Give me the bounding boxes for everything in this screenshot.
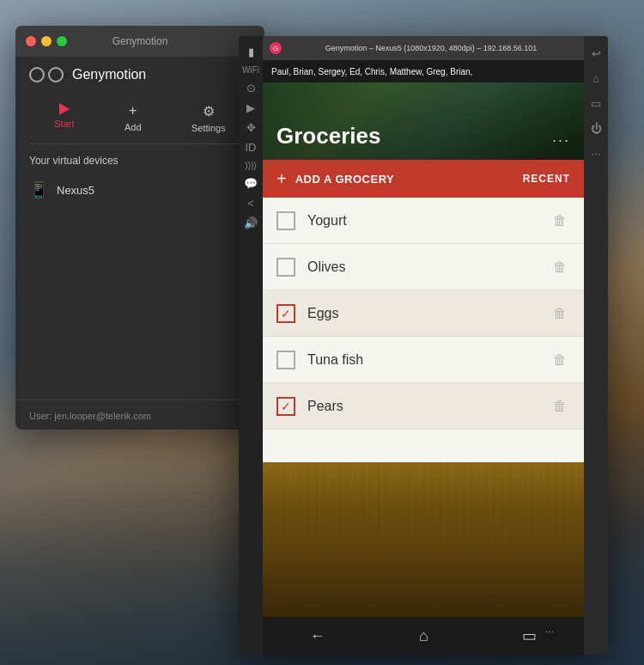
device-item-nexus5[interactable]: 📱 Nexus5	[22, 174, 258, 206]
back-nav-button[interactable]: ←	[293, 620, 343, 652]
logo-circle-right	[48, 67, 64, 82]
delete-yogurt-icon[interactable]: 🗑	[550, 210, 570, 232]
add-label: Add	[125, 122, 142, 132]
grocery-item-pears[interactable]: ✓ Pears 🗑	[263, 383, 584, 430]
add-plus-icon: +	[276, 169, 287, 189]
battery-icon: ▮	[246, 43, 257, 61]
bottom-decorative-area	[263, 462, 584, 617]
minimize-button[interactable]	[41, 36, 52, 46]
overview-icon[interactable]: ▭	[588, 95, 604, 113]
favicon: G	[270, 42, 282, 54]
logo-area: Genymotion	[15, 57, 264, 93]
emulator-window: ▮ WiFi ⊙ ▶ ✥ ID )))) 💬 < 🔊 G Genymotion …	[239, 36, 608, 655]
chat-icon[interactable]: 💬	[241, 174, 260, 192]
genymotion-app-window: Genymotion Genymotion Start + Add ⚙ Sett…	[15, 26, 264, 430]
window-footer: User: jen.looper@telerik.com	[15, 400, 264, 430]
navigation-bar: ← ⌂ ▭	[263, 617, 584, 655]
settings-label: Settings	[191, 123, 226, 133]
add-button[interactable]: + Add	[111, 100, 155, 137]
logo-circle-left	[29, 67, 45, 82]
delete-eggs-icon[interactable]: 🗑	[550, 302, 570, 325]
grocery-name-pears: Pears	[307, 399, 550, 414]
status-bar: Paul, Brian, Sergey, Ed, Chris, Matthew,…	[263, 60, 584, 82]
volume-icon[interactable]: 🔊	[241, 214, 260, 232]
add-grocery-bar[interactable]: + ADD A GROCERY RECENT	[263, 160, 584, 198]
share-icon[interactable]: <	[245, 194, 257, 212]
play-icon	[59, 103, 70, 115]
groceries-header: Groceries ···	[263, 82, 584, 160]
grocery-name-olives: Olives	[307, 259, 550, 275]
grocery-name-eggs: Eggs	[307, 306, 550, 321]
checkbox-tuna[interactable]	[276, 351, 295, 369]
checkmark-pears: ✓	[281, 400, 291, 413]
settings-button[interactable]: ⚙ Settings	[178, 100, 240, 137]
groceries-title: Groceries	[276, 123, 552, 149]
device-list: 📱 Nexus5	[15, 174, 264, 400]
browser-address-bar: G Genymotion – Nexus5 (1080x1920, 480dpi…	[263, 36, 584, 60]
phone-icon: 📱	[29, 180, 48, 199]
close-button[interactable]	[26, 36, 36, 46]
home-icon[interactable]: ⌂	[590, 70, 602, 88]
start-button[interactable]: Start	[40, 100, 88, 137]
delete-olives-icon[interactable]: 🗑	[550, 256, 570, 278]
film-icon[interactable]: ▶	[244, 99, 258, 117]
checkbox-yogurt[interactable]	[276, 211, 295, 230]
delete-tuna-icon[interactable]: 🗑	[550, 349, 570, 371]
grocery-name-yogurt: Yogurt	[307, 213, 550, 229]
right-control-panel: ↩ ⌂ ▭ ⏻ ···	[584, 36, 608, 655]
user-info: User: jen.looper@telerik.com	[29, 411, 151, 421]
window-titlebar: Genymotion	[15, 26, 264, 57]
checkbox-pears[interactable]: ✓	[276, 397, 295, 416]
brand-name: Genymotion	[72, 67, 146, 82]
grocery-item-yogurt[interactable]: Yogurt 🗑	[263, 198, 584, 244]
logo-icon	[29, 67, 64, 82]
checkmark-eggs: ✓	[281, 307, 291, 320]
window-title: Genymotion	[112, 35, 168, 47]
traffic-lights	[26, 36, 67, 46]
signal-icon[interactable]: ))))	[242, 158, 258, 173]
delete-pears-icon[interactable]: 🗑	[550, 395, 570, 418]
gear-icon: ⚙	[203, 103, 215, 119]
more-options-icon[interactable]: ···	[589, 144, 604, 162]
checkbox-eggs[interactable]: ✓	[276, 304, 295, 323]
devices-section-title: Your virtual devices	[15, 144, 264, 174]
add-grocery-label: ADD A GROCERY	[295, 173, 523, 186]
plus-icon: +	[129, 103, 137, 119]
arrows-icon[interactable]: ✥	[244, 119, 258, 137]
wifi-icon[interactable]: WiFi	[240, 63, 262, 77]
grocery-list: Yogurt 🗑 Olives 🗑 ✓ Eggs 🗑 Tuna fish	[263, 198, 584, 462]
id-icon[interactable]: ID	[243, 138, 259, 156]
header-more-icon[interactable]: ···	[552, 131, 570, 149]
emulator-bottom-bar: ···	[545, 625, 554, 638]
recent-label: RECENT	[523, 173, 570, 185]
bottom-more-icon[interactable]: ···	[545, 625, 554, 638]
grocery-name-tuna: Tuna fish	[307, 352, 550, 368]
grocery-item-eggs[interactable]: ✓ Eggs 🗑	[263, 290, 584, 337]
start-label: Start	[54, 119, 74, 129]
grocery-item-tuna[interactable]: Tuna fish 🗑	[263, 337, 584, 383]
checkbox-olives[interactable]	[276, 258, 295, 277]
toolbar: Start + Add ⚙ Settings	[15, 93, 264, 143]
grocery-item-olives[interactable]: Olives 🗑	[263, 244, 584, 290]
phone-screen: G Genymotion – Nexus5 (1080x1920, 480dpi…	[263, 36, 584, 655]
home-nav-button[interactable]: ⌂	[402, 620, 446, 652]
emulator-left-strip: ▮ WiFi ⊙ ▶ ✥ ID )))) 💬 < 🔊	[239, 36, 263, 655]
power-icon[interactable]: ⏻	[588, 119, 605, 137]
maximize-button[interactable]	[57, 36, 67, 46]
status-user-text: Paul, Brian, Sergey, Ed, Chris, Matthew,…	[271, 67, 575, 76]
device-name: Nexus5	[57, 184, 94, 197]
browser-url: Genymotion – Nexus5 (1080x1920, 480dpi) …	[285, 44, 577, 52]
location-icon[interactable]: ⊙	[244, 79, 258, 97]
back-icon[interactable]: ↩	[589, 45, 604, 63]
